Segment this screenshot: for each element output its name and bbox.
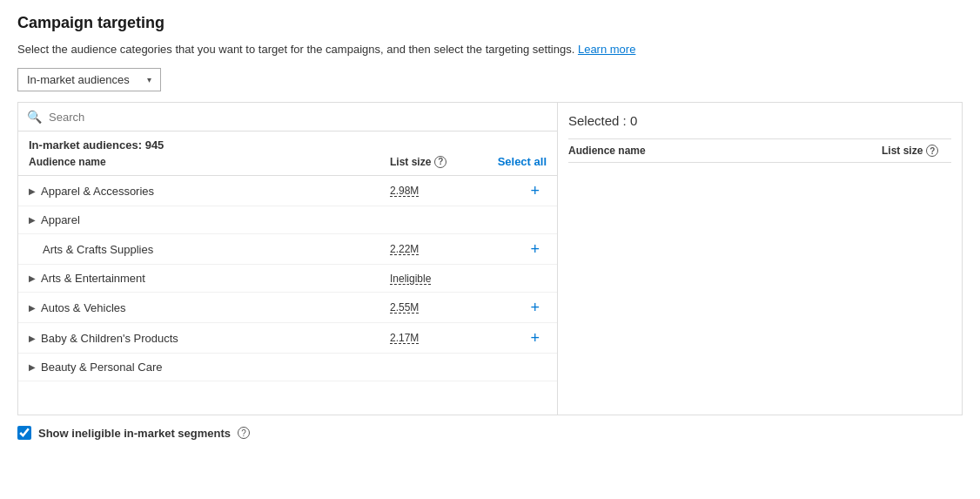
ineligible-checkbox[interactable] <box>17 426 31 440</box>
dropdown-label: In-market audiences <box>27 73 130 86</box>
expand-arrow-icon[interactable]: ▶ <box>29 215 36 225</box>
add-audience-button[interactable]: + <box>523 300 547 315</box>
row-name-cell: Arts & Crafts Supplies <box>43 243 390 256</box>
add-audience-button[interactable]: + <box>523 183 547 199</box>
selected-count: Selected : 0 <box>568 113 951 128</box>
row-name-text: Beauty & Personal Care <box>41 361 162 374</box>
search-input[interactable] <box>49 111 548 124</box>
expand-arrow-icon[interactable]: ▶ <box>29 303 36 313</box>
main-container: 🔍 In-market audiences: 945 Audience name… <box>17 102 963 415</box>
footer-label: Show ineligible in-market segments <box>38 427 231 440</box>
selected-columns: Audience name List size ? <box>568 138 951 163</box>
list-item: ▶Arts & EntertainmentIneligible <box>18 265 557 293</box>
sel-col-listsize-header: List size ? <box>882 145 951 157</box>
expand-arrow-icon[interactable]: ▶ <box>29 273 36 283</box>
learn-more-link[interactable]: Learn more <box>578 43 635 56</box>
listsize-info-icon[interactable]: ? <box>434 156 446 168</box>
list-header: In-market audiences: 945 Audience name L… <box>18 131 557 176</box>
left-panel: 🔍 In-market audiences: 945 Audience name… <box>18 103 558 415</box>
row-action-cell: + <box>477 183 547 199</box>
expand-arrow-icon[interactable]: ▶ <box>29 334 36 343</box>
search-bar: 🔍 <box>18 103 557 131</box>
page-title: Campaign targeting <box>17 14 963 32</box>
audience-list: ▶Apparel & Accessories2.98M+▶ApparelArts… <box>18 176 557 415</box>
row-name-cell: ▶Autos & Vehicles <box>29 301 390 314</box>
row-name-text: Arts & Crafts Supplies <box>43 243 153 256</box>
list-item: ▶Autos & Vehicles2.55M+ <box>18 293 557 323</box>
footer-info-icon[interactable]: ? <box>238 427 250 439</box>
row-name-text: Apparel & Accessories <box>41 185 154 198</box>
audience-type-dropdown[interactable]: In-market audiences ▾ <box>17 68 161 91</box>
row-listsize: 2.55M <box>390 301 477 314</box>
list-item: ▶Beauty & Personal Care <box>18 354 557 381</box>
list-title: In-market audiences: 945 <box>29 138 547 152</box>
row-name-text: Autos & Vehicles <box>41 301 126 314</box>
col-audience-header: Audience name <box>29 156 390 168</box>
expand-arrow-icon[interactable]: ▶ <box>29 186 36 196</box>
row-listsize: 2.22M <box>390 243 477 255</box>
add-audience-button[interactable]: + <box>523 241 547 257</box>
list-columns: Audience name List size ? Select all <box>29 155 547 168</box>
sel-col-audience-header: Audience name <box>568 145 882 157</box>
row-action-cell: + <box>477 300 547 315</box>
col-action-header: Select all <box>477 155 547 168</box>
description-text: Select the audience categories that you … <box>17 43 574 56</box>
footer-bar: Show ineligible in-market segments ? <box>17 426 963 440</box>
right-panel: Selected : 0 Audience name List size ? <box>558 103 962 415</box>
row-listsize: Ineligible <box>390 273 477 285</box>
list-item: Arts & Crafts Supplies2.22M+ <box>18 234 557 265</box>
list-item: ▶Apparel & Accessories2.98M+ <box>18 176 557 206</box>
row-action-cell: + <box>477 241 547 257</box>
row-name-cell: ▶Beauty & Personal Care <box>29 361 390 374</box>
row-action-cell: + <box>477 330 547 346</box>
add-audience-button[interactable]: + <box>523 330 547 346</box>
page-description: Select the audience categories that you … <box>17 43 963 56</box>
search-icon: 🔍 <box>27 110 42 124</box>
expand-arrow-icon[interactable]: ▶ <box>29 362 36 372</box>
row-name-cell: ▶Arts & Entertainment <box>29 272 390 285</box>
row-name-text: Apparel <box>41 213 80 226</box>
dropdown-arrow-icon: ▾ <box>147 75 151 84</box>
row-name-text: Baby & Children's Products <box>41 332 178 345</box>
row-name-cell: ▶Apparel <box>29 213 390 226</box>
row-listsize: 2.98M <box>390 185 477 197</box>
col-listsize-header: List size ? <box>390 156 477 168</box>
sel-listsize-info-icon[interactable]: ? <box>926 145 938 157</box>
row-name-text: Arts & Entertainment <box>41 272 145 285</box>
select-all-link[interactable]: Select all <box>498 155 547 168</box>
row-listsize: 2.17M <box>390 332 477 344</box>
list-item: ▶Apparel <box>18 206 557 234</box>
list-item: ▶Baby & Children's Products2.17M+ <box>18 323 557 354</box>
row-name-cell: ▶Apparel & Accessories <box>29 185 390 198</box>
row-name-cell: ▶Baby & Children's Products <box>29 332 390 345</box>
